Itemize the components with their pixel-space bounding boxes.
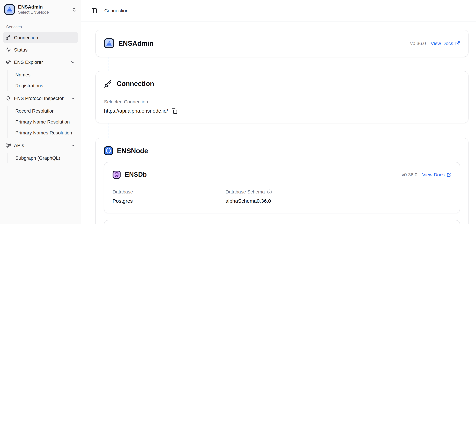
card-title: ENSDb [125, 171, 147, 178]
top-header: Connection [81, 0, 476, 22]
apis-subtree: Subgraph (GraphQL) [7, 153, 78, 163]
main-area: Connection ENSA [81, 0, 476, 224]
connection-card: Connection Selected Connection https://a… [96, 71, 469, 123]
chevrons-up-down-icon [72, 7, 77, 12]
database-schema-value: alphaSchema0.36.0 [226, 197, 339, 205]
ensnode-card: ENSNode [96, 138, 469, 224]
breadcrumb: Connection [104, 8, 129, 13]
sidebar-item-record-resolution[interactable]: Record Resolution [13, 106, 78, 116]
ensnode-selector[interactable]: ENSAdmin Select ENSNode [3, 3, 78, 16]
sidebar-item-ens-protocol-inspector[interactable]: ENS Protocol Inspector [3, 93, 78, 104]
card-connector-line [108, 123, 108, 138]
radio-tower-icon [6, 143, 11, 148]
database-schema-field: Database Schema alphaSchema0.36.0 [226, 188, 339, 205]
ensdb-card: ENSDb v0.36.0 View Docs [104, 162, 460, 213]
database-value: Postgres [113, 197, 226, 205]
sidebar-item-connection[interactable]: Connection [3, 32, 78, 43]
database-field: Database Postgres [113, 188, 226, 205]
sidebar-nav: Connection Status ENS Explorer Names [3, 32, 78, 164]
external-link-icon [447, 172, 451, 177]
card-title: Connection [117, 80, 154, 88]
sidebar-item-apis[interactable]: APIs [3, 140, 78, 151]
ensadmin-app: ENSAdmin Select ENSNode Services Connect… [0, 0, 476, 224]
ensadmin-logo-icon [4, 4, 15, 15]
view-docs-link[interactable]: View Docs [431, 40, 460, 46]
ensnode-logo-icon [104, 146, 113, 155]
copy-icon[interactable] [171, 108, 177, 114]
sidebar-item-label: APIs [14, 143, 24, 148]
sidebar-item-subgraph-graphql[interactable]: Subgraph (GraphQL) [13, 153, 78, 163]
chevron-down-icon[interactable] [70, 60, 75, 65]
card-title: ENSNode [117, 147, 148, 155]
activity-icon [6, 47, 11, 52]
sidebar-section-label: Services [6, 25, 78, 29]
external-link-icon [455, 41, 460, 46]
header-divider [101, 8, 101, 13]
selected-connection-label: Selected Connection [104, 98, 460, 105]
app-name: ENSAdmin [18, 4, 68, 10]
protocol-inspector-subtree: Record Resolution Primary Name Resolutio… [7, 106, 78, 138]
sidebar-item-label: Status [14, 47, 28, 52]
ensadmin-card: ENSAdmin v0.36.0 View Docs [96, 30, 469, 57]
card-connector-line [108, 57, 108, 71]
info-icon[interactable] [267, 189, 272, 194]
telescope-icon [6, 59, 11, 65]
sidebar-item-primary-names-resolution[interactable]: Primary Names Resolution [13, 128, 78, 138]
sidebar-item-label: ENS Protocol Inspector [14, 96, 64, 101]
version-badge: v0.36.0 [402, 172, 417, 178]
database-schema-label: Database Schema [226, 188, 265, 195]
sidebar: ENSAdmin Select ENSNode Services Connect… [0, 0, 81, 224]
ensdb-logo-icon [113, 171, 121, 179]
connection-url: https://api.alpha.ensnode.io/ [104, 107, 168, 115]
sidebar-item-label: Connection [14, 35, 38, 40]
version-badge: v0.36.0 [410, 40, 426, 46]
panel-left-toggle-icon[interactable] [91, 8, 97, 13]
ens-lens-icon [6, 96, 11, 101]
sidebar-item-status[interactable]: Status [3, 44, 78, 55]
database-label: Database [113, 188, 226, 195]
sidebar-item-names[interactable]: Names [13, 70, 78, 80]
app-subtitle: Select ENSNode [18, 10, 68, 15]
ensadmin-logo-icon [104, 38, 114, 48]
sidebar-item-ens-explorer[interactable]: ENS Explorer [3, 57, 78, 68]
plug-zap-icon [6, 35, 11, 40]
chevron-down-icon[interactable] [70, 96, 75, 101]
sidebar-item-registrations[interactable]: Registrations [13, 80, 78, 91]
ensindexer-card: ENSIndexer v0.36.0 View Docs [104, 220, 460, 224]
plug-zap-icon [104, 80, 113, 88]
sidebar-item-primary-name-resolution[interactable]: Primary Name Resolution [13, 117, 78, 127]
ens-explorer-subtree: Names Registrations [7, 70, 78, 91]
chevron-down-icon[interactable] [70, 143, 75, 148]
page-content: ENSAdmin v0.36.0 View Docs [81, 22, 476, 224]
card-title: ENSAdmin [118, 39, 154, 47]
sidebar-item-label: ENS Explorer [14, 59, 43, 65]
view-docs-link[interactable]: View Docs [422, 172, 451, 178]
